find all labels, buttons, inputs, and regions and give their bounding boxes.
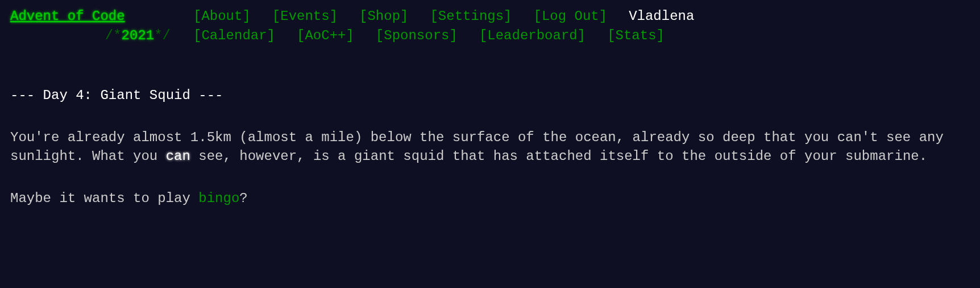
nav-events[interactable]: [Events]: [272, 9, 338, 24]
p1-text-b: see, however, is a giant squid that has …: [190, 149, 927, 164]
site-title-link[interactable]: Advent of Code: [10, 9, 125, 24]
nav-about[interactable]: [About]: [193, 9, 251, 24]
nav-shop[interactable]: [Shop]: [359, 9, 408, 24]
nav-aocpp[interactable]: [AoC++]: [297, 28, 354, 43]
day-title: --- Day 4: Giant Squid ---: [10, 86, 970, 105]
nav-calendar[interactable]: [Calendar]: [193, 28, 275, 43]
year-deco-pre: /*: [105, 28, 122, 43]
nav-settings[interactable]: [Settings]: [430, 9, 512, 24]
event-year[interactable]: /*2021*/: [10, 26, 193, 46]
p2-text-a: Maybe it wants to play: [10, 191, 198, 206]
nav-sponsors[interactable]: [Sponsors]: [376, 28, 458, 43]
year-deco-post: */: [154, 28, 171, 43]
nav-logout[interactable]: [Log Out]: [534, 9, 608, 24]
year-number: 2021: [122, 28, 155, 43]
nav-stats[interactable]: [Stats]: [607, 28, 665, 43]
username: Vladlena: [629, 7, 694, 26]
site-header: Advent of Code [About][Events][Shop][Set…: [10, 7, 970, 45]
top-nav: [About][Events][Shop][Settings][Log Out]: [193, 7, 607, 26]
article: --- Day 4: Giant Squid --- You're alread…: [10, 86, 970, 208]
header-row-1: Advent of Code [About][Events][Shop][Set…: [10, 7, 970, 26]
nav-leaderboard[interactable]: [Leaderboard]: [479, 28, 585, 43]
p1-emphasis: can: [166, 149, 190, 164]
header-row-2: /*2021*/ [Calendar][AoC++][Sponsors][Lea…: [10, 26, 970, 46]
bingo-link[interactable]: bingo: [198, 191, 239, 206]
sub-nav: [Calendar][AoC++][Sponsors][Leaderboard]…: [193, 26, 665, 46]
paragraph-2: Maybe it wants to play bingo?: [10, 189, 970, 208]
paragraph-1: You're already almost 1.5km (almost a mi…: [10, 128, 970, 166]
p2-text-b: ?: [239, 191, 247, 206]
